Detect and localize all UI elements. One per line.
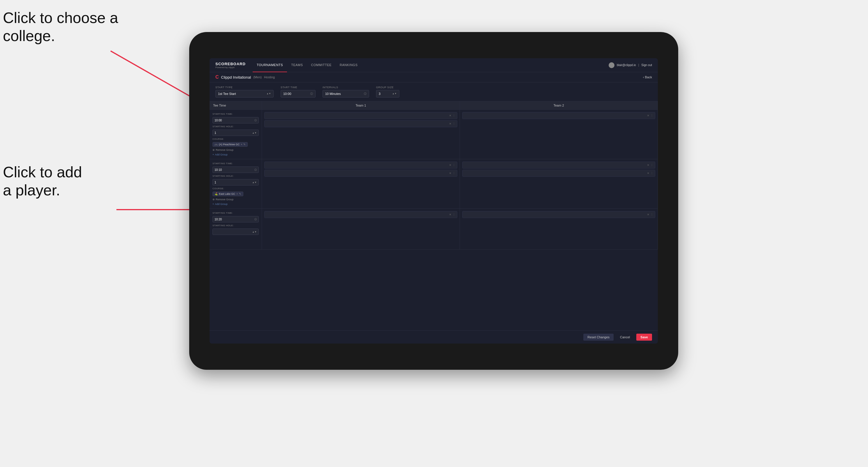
starting-hole-field-1[interactable]: 1 ▲▼: [213, 130, 259, 136]
start-type-input[interactable]: 1st Tee Start ▲▼: [215, 90, 274, 97]
scoreboard-logo: SCOREBOARD Powered by clippd: [215, 62, 246, 69]
starting-hole-label-1: STARTING HOLE:: [213, 125, 259, 128]
clippd-logo: C: [215, 74, 219, 80]
player-row[interactable]: ✕⋮: [264, 120, 457, 127]
tablet-frame: SCOREBOARD Powered by clippd TOURNAMENTS…: [189, 32, 678, 370]
save-button[interactable]: Save: [636, 334, 652, 341]
start-time-group: Start Time 10:00 ⓘ: [281, 86, 315, 97]
intervals-group: Intervals 10 Minutes ⓘ: [322, 86, 369, 97]
course-label-2: COURSE:: [213, 187, 259, 190]
tab-teams[interactable]: TEAMS: [287, 58, 307, 72]
start-time-input[interactable]: 10:00 ⓘ: [281, 90, 315, 97]
tablet-screen: SCOREBOARD Powered by clippd TOURNAMENTS…: [210, 58, 658, 344]
user-avatar: [609, 62, 615, 68]
time-group-2: STARTING TIME: 10:10 ⓘ STARTING HOLE: 1 …: [210, 159, 658, 209]
course-tag-1[interactable]: (A) (A) Peachtree GC × ✎: [213, 142, 248, 147]
starting-time-field-2[interactable]: 10:10 ⓘ: [213, 166, 259, 173]
starting-hole-field-2[interactable]: 1 ▲▼: [213, 179, 259, 185]
logo-text: SCOREBOARD: [215, 62, 246, 66]
add-group-2[interactable]: + Add Group: [213, 203, 259, 206]
table-header: Tee Time Team 1 Team 2: [210, 101, 658, 110]
starting-hole-label-2: STARTING HOLE:: [213, 175, 259, 177]
th-team2: Team 2: [460, 101, 658, 110]
team2-col-3: ✕⋮: [460, 209, 658, 249]
starting-hole-label-3: STARTING HOLE:: [213, 224, 259, 227]
starting-time-field-1[interactable]: 10:00 ⓘ: [213, 117, 259, 123]
player-row[interactable]: ✕⋮: [462, 112, 655, 119]
team2-col-1: ✕⋮: [460, 110, 658, 159]
course-tag-remove-2[interactable]: ×: [236, 192, 238, 195]
course-tag-remove-1[interactable]: ×: [241, 143, 242, 146]
start-type-group: Start Type 1st Tee Start ▲▼: [215, 86, 274, 97]
intervals-label: Intervals: [322, 86, 369, 89]
player-row[interactable]: ✕⋮: [264, 162, 457, 168]
remove-group-2[interactable]: ⊗ Remove Group: [213, 198, 259, 201]
group-size-group: Group Size 3 ▲▼: [376, 86, 399, 97]
team1-col-2: ✕⋮ ✕⋮: [262, 159, 460, 209]
annotation-add-player: Click to add a player.: [3, 163, 82, 199]
player-row[interactable]: ✕⋮: [264, 211, 457, 218]
app-footer: Reset Changes Cancel Save: [210, 331, 658, 344]
cancel-button[interactable]: Cancel: [616, 334, 634, 341]
settings-row: Start Type 1st Tee Start ▲▼ Start Time 1…: [210, 83, 658, 101]
add-group-1[interactable]: + Add Group: [213, 153, 259, 156]
separator: |: [638, 63, 639, 67]
player-row[interactable]: ✕⋮: [264, 112, 457, 119]
time-group-3: STARTING TIME: 10:20 ⓘ STARTING HOLE: ▲▼…: [210, 209, 658, 250]
powered-by: Powered by clippd: [215, 66, 246, 69]
starting-time-field-3[interactable]: 10:20 ⓘ: [213, 216, 259, 222]
app-header: SCOREBOARD Powered by clippd TOURNAMENTS…: [210, 58, 658, 72]
tournament-gender: (Men): [253, 75, 262, 79]
tab-tournaments[interactable]: TOURNAMENTS: [253, 58, 287, 72]
course-tag-edit-1[interactable]: ✎: [243, 143, 246, 146]
sign-out-link[interactable]: Sign out: [641, 63, 652, 67]
tab-committee[interactable]: COMMITTEE: [307, 58, 336, 72]
player-row[interactable]: ✕⋮: [264, 170, 457, 177]
time-sidebar-3: STARTING TIME: 10:20 ⓘ STARTING HOLE: ▲▼: [210, 209, 262, 249]
time-sidebar-2: STARTING TIME: 10:10 ⓘ STARTING HOLE: 1 …: [210, 159, 262, 209]
tab-rankings[interactable]: RANKINGS: [336, 58, 362, 72]
starting-time-label-3: STARTING TIME:: [213, 212, 259, 214]
course-label-1: COURSE:: [213, 138, 259, 140]
th-tee-time: Tee Time: [210, 101, 262, 110]
main-content[interactable]: STARTING TIME: 10:00 ⓘ STARTING HOLE: 1 …: [210, 110, 658, 331]
group-size-input[interactable]: 3 ▲▼: [376, 90, 399, 97]
starting-hole-field-3[interactable]: ▲▼: [213, 228, 259, 235]
player-row[interactable]: ✕⋮: [462, 170, 655, 177]
team1-col-3: ✕⋮: [262, 209, 460, 249]
tournament-name: Clippd Invitational: [221, 75, 251, 80]
time-group-1: STARTING TIME: 10:00 ⓘ STARTING HOLE: 1 …: [210, 110, 658, 159]
team1-col-1: ✕⋮ ✕⋮: [262, 110, 460, 159]
sub-header: C Clippd Invitational (Men) Hosting ‹ Ba…: [210, 72, 658, 83]
user-email: blair@clippd.io: [617, 63, 636, 67]
start-time-label: Start Time: [281, 86, 315, 89]
reset-button[interactable]: Reset Changes: [583, 334, 614, 341]
starting-time-label-2: STARTING TIME:: [213, 162, 259, 165]
time-sidebar-1: STARTING TIME: 10:00 ⓘ STARTING HOLE: 1 …: [210, 110, 262, 159]
intervals-input[interactable]: 10 Minutes ⓘ: [322, 90, 369, 97]
group-size-label: Group Size: [376, 86, 399, 89]
header-right: blair@clippd.io | Sign out: [609, 62, 652, 68]
player-row[interactable]: ✕⋮: [462, 211, 655, 218]
remove-group-1[interactable]: ⊗ Remove Group: [213, 149, 259, 151]
hosting-badge: Hosting: [264, 75, 275, 79]
th-team1: Team 1: [262, 101, 460, 110]
player-row[interactable]: ✕⋮: [462, 162, 655, 168]
start-type-label: Start Type: [215, 86, 274, 89]
team2-col-2: ✕⋮ ✕⋮: [460, 159, 658, 209]
back-button[interactable]: ‹ Back: [643, 75, 652, 79]
course-tag-edit-2[interactable]: ✎: [239, 192, 241, 195]
nav-tabs: TOURNAMENTS TEAMS COMMITTEE RANKINGS: [253, 58, 609, 72]
starting-time-label-1: STARTING TIME:: [213, 113, 259, 115]
annotation-choose-college: Click to choose a college.: [3, 9, 118, 45]
course-tag-2[interactable]: ⛳ East Lake GC × ✎: [213, 192, 243, 196]
